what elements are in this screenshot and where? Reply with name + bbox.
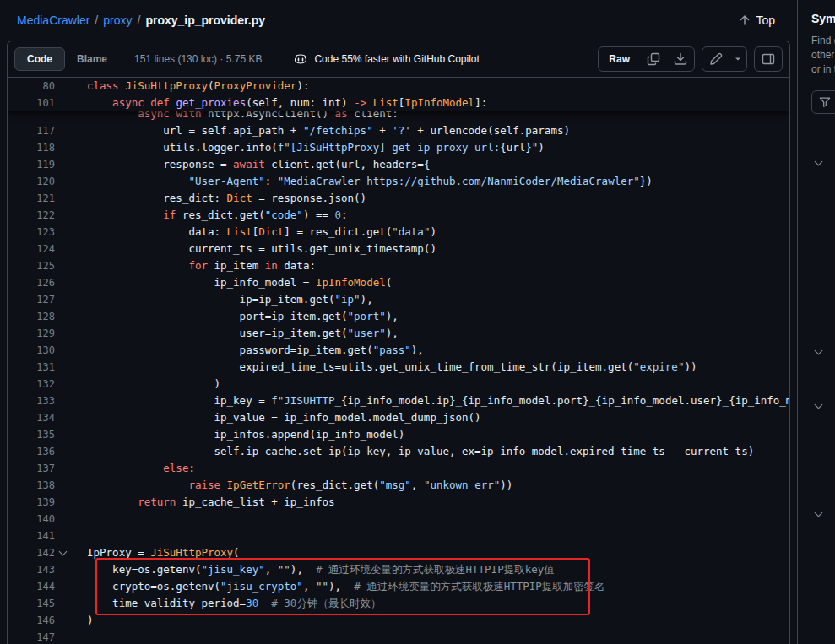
fold-spacer [55, 111, 70, 122]
line-number[interactable]: 122 [8, 207, 55, 224]
code-text: ip_value = ip_info_model.model_dump_json… [70, 409, 481, 426]
copilot-banner[interactable]: Code 55% faster with GitHub Copilot [294, 52, 479, 66]
fold-spacer [55, 342, 70, 359]
line-number[interactable]: 146 [8, 612, 55, 629]
line-number[interactable]: 134 [8, 409, 55, 426]
line-number[interactable]: 132 [8, 376, 55, 392]
back-to-top-link[interactable]: Top [738, 14, 775, 27]
symbols-panel-toggle-button[interactable] [755, 47, 782, 71]
line-number[interactable]: 128 [8, 308, 55, 325]
line-number[interactable]: 120 [8, 173, 55, 190]
code-line: 122 if res_dict.get("code") == 0: [8, 207, 789, 224]
code-text: time_validity_period=30 # 30分钟（最长时效） [70, 595, 381, 612]
line-number[interactable]: 101 [8, 95, 55, 111]
line-number[interactable]: 143 [8, 561, 55, 578]
line-number[interactable]: 124 [8, 241, 55, 257]
breadcrumb-folder-link[interactable]: proxy [103, 14, 132, 27]
code-text: data: List[Dict] = res_dict.get("data") [70, 224, 436, 241]
line-number[interactable]: 144 [8, 578, 55, 595]
chevron-down-icon[interactable] [812, 346, 824, 358]
code-line: 124 current_ts = utils.get_unix_timestam… [8, 241, 789, 257]
code-text: key=os.getenv("jisu_key", ""), # 通过环境变量的… [70, 561, 555, 578]
fold-spacer [55, 122, 70, 139]
line-number[interactable]: 137 [8, 460, 55, 477]
line-number[interactable]: 131 [8, 359, 55, 376]
code-text: user=ip_item.get("user"), [70, 325, 399, 342]
code-text [70, 629, 87, 644]
line-number[interactable]: 139 [8, 494, 55, 511]
line-number[interactable]: 140 [8, 511, 55, 528]
line-number[interactable]: 121 [8, 190, 55, 207]
breadcrumb-repo-link[interactable]: MediaCrawler [17, 14, 89, 27]
edit-button[interactable] [702, 47, 729, 71]
file-meta: 151 lines (130 loc) · 5.75 KB [134, 53, 262, 65]
line-number[interactable]: 127 [8, 291, 55, 308]
chevron-down-icon[interactable] [812, 157, 824, 169]
code-line: 145 time_validity_period=30 # 30分钟（最长时效） [8, 595, 789, 612]
code-text: res_dict: Dict = response.json() [70, 190, 366, 207]
fold-spacer [55, 274, 70, 291]
line-number[interactable]: 118 [8, 139, 55, 156]
edit-dropdown-button[interactable] [729, 47, 746, 71]
fold-spacer [55, 359, 70, 376]
code-line: async with httpx.AsyncClient() as client… [8, 111, 789, 122]
line-number[interactable]: 142 [8, 544, 55, 561]
code-text: self.ip_cache.set_ip(ip_key, ip_value, e… [70, 443, 754, 460]
copy-raw-button[interactable] [640, 47, 667, 71]
tab-blame[interactable]: Blame [65, 47, 119, 71]
line-number[interactable]: 123 [8, 224, 55, 241]
chevron-down-icon[interactable] [812, 400, 824, 412]
fold-spacer [55, 95, 70, 111]
line-number[interactable]: 119 [8, 156, 55, 173]
line-number[interactable]: 135 [8, 426, 55, 443]
code-text: utils.logger.info(f"[JiSuHttpProxy] get … [70, 139, 545, 156]
fold-spacer [55, 392, 70, 409]
copilot-banner-text: Code 55% faster with GitHub Copilot [314, 53, 479, 65]
code-line: 137 else: [8, 460, 789, 477]
line-number[interactable]: 129 [8, 325, 55, 342]
code-text: current_ts = utils.get_unix_timestamp() [70, 241, 436, 257]
raw-button[interactable]: Raw [599, 47, 640, 71]
line-number[interactable]: 130 [8, 342, 55, 359]
arrow-up-icon [738, 14, 751, 27]
line-number[interactable]: 125 [8, 257, 55, 274]
fold-spacer [55, 139, 70, 156]
code-text [70, 511, 87, 528]
code-line: 139 return ip_cache_list + ip_infos [8, 494, 789, 511]
line-number[interactable]: 141 [8, 528, 55, 544]
fold-chevron-icon[interactable] [55, 544, 70, 561]
line-number[interactable]: 126 [8, 274, 55, 291]
sticky-lines: 80class JiSuHttpProxy(ProxyProvider):101… [8, 78, 789, 111]
fold-spacer [55, 207, 70, 224]
symbols-filter [811, 90, 835, 114]
tab-code[interactable]: Code [14, 47, 65, 71]
fold-spacer [55, 241, 70, 257]
code-line: 142IpProxy = JiSuHttpProxy( [8, 544, 789, 561]
breadcrumb: MediaCrawler / proxy / proxy_ip_provider… [17, 14, 265, 27]
code-line: 134 ip_value = ip_info_model.model_dump_… [8, 409, 789, 426]
line-number[interactable]: 117 [8, 122, 55, 139]
chevron-down-icon[interactable] [812, 508, 824, 520]
line-number[interactable]: 138 [8, 477, 55, 494]
line-number[interactable]: 80 [8, 78, 55, 95]
line-number[interactable]: 147 [8, 629, 55, 644]
symbols-panel-description: Find definitions and references for func… [811, 34, 835, 77]
fold-spacer [55, 426, 70, 443]
code-line: 143 key=os.getenv("jisu_key", ""), # 通过环… [8, 561, 789, 578]
code-line: 138 raise IpGetError(res_dict.get("msg",… [8, 477, 789, 494]
pencil-icon [709, 52, 723, 66]
line-number[interactable]: 145 [8, 595, 55, 612]
edit-button-group [702, 46, 747, 72]
fold-spacer [55, 494, 70, 511]
code-line: 101 async def get_proxies(self, num: int… [8, 95, 789, 111]
code-line: 136 self.ip_cache.set_ip(ip_key, ip_valu… [8, 443, 789, 460]
code-line: 132 ) [8, 376, 789, 392]
fold-spacer [55, 477, 70, 494]
line-number[interactable]: 133 [8, 392, 55, 409]
download-button[interactable] [667, 47, 694, 71]
line-number[interactable]: 136 [8, 443, 55, 460]
code-text: ip_infos.append(ip_info_model) [70, 426, 404, 443]
code-line: 147 [8, 629, 789, 644]
toolbar-actions: Raw [598, 46, 783, 72]
copy-icon [647, 52, 660, 66]
